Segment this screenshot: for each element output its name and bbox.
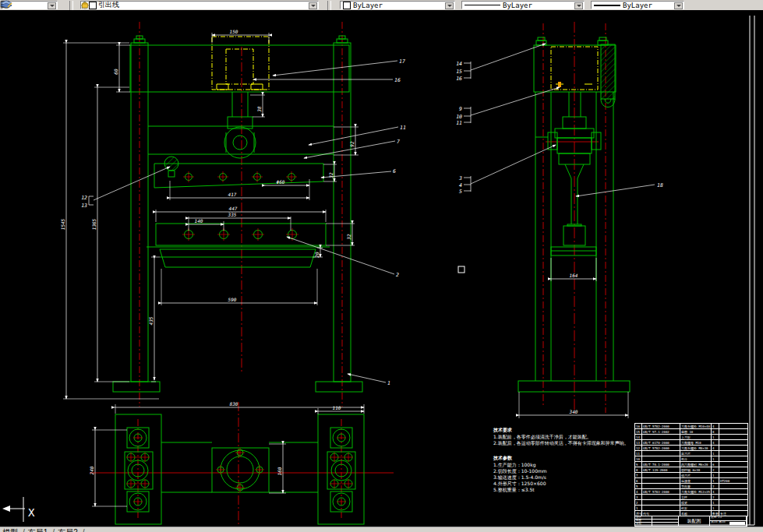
- scale-label: 比例: [711, 516, 716, 520]
- bom-cell: 4: [712, 424, 719, 429]
- bom-cell: 横梁: [680, 500, 712, 506]
- note-line: 1.生产能力：100kg: [493, 462, 629, 468]
- part-label: 11: [400, 125, 406, 131]
- bom-cell: 10: [635, 456, 642, 462]
- bom-cell: 9: [635, 462, 642, 467]
- bom-cell: [719, 495, 748, 500]
- lineweight-control-dropdown[interactable]: ByLayer: [591, 1, 684, 9]
- color-control-dropdown[interactable]: ByLayer: [340, 1, 455, 9]
- bom-cell: 2: [712, 484, 719, 489]
- bom-cell: 13: [635, 440, 642, 446]
- technical-notes: 技术要求 1.装配前，各零件必须清洗干净后，才能装配。 2.装配后，各运动零部件…: [493, 427, 629, 493]
- layout-tab-bar: 模型/布局1/布局2/: [0, 527, 763, 532]
- dropdown-arrow-icon[interactable]: [574, 2, 583, 9]
- bom-cell: 7: [635, 473, 642, 478]
- dropdown-arrow-icon[interactable]: [48, 2, 56, 9]
- tab-model[interactable]: 模型: [2, 528, 18, 532]
- lineweight-value: ByLayer: [623, 2, 652, 9]
- bom-cell: [642, 435, 680, 440]
- note-line: 3.输送速度：1.5-4.0m/s: [493, 474, 629, 481]
- dropdown-arrow-icon[interactable]: [674, 2, 683, 9]
- bom-cell: [719, 456, 748, 462]
- bom-row: 9GB/T 70.1-2000内六角螺钉 M6×206: [635, 462, 748, 467]
- bom-row: 3立柱2: [635, 495, 748, 500]
- bom-row: 6连接座1HT200: [635, 478, 748, 484]
- bom-cell: 料斗: [680, 456, 712, 462]
- bom-cell: 4: [635, 489, 642, 495]
- layer-color-swatch[interactable]: [89, 2, 97, 9]
- bom-cell: 备注: [719, 511, 748, 516]
- part-label: 11: [456, 120, 462, 126]
- dim-label: 447: [229, 206, 238, 211]
- layers-button[interactable]: [76, 0, 79, 10]
- bom-cell: [642, 484, 680, 489]
- current-layer-name: 引出线: [98, 0, 119, 10]
- tab-layout2[interactable]: 布局2: [58, 528, 78, 532]
- dropdown-arrow-icon[interactable]: [309, 2, 317, 9]
- bom-cell: 4: [712, 489, 719, 495]
- layer-previous-button[interactable]: [322, 0, 325, 10]
- toolbar-separator: [327, 1, 331, 10]
- dim-label: 140: [195, 218, 203, 224]
- bom-cell: [719, 462, 748, 467]
- bom-cell: [642, 456, 680, 462]
- dropdown-arrow-icon[interactable]: [445, 2, 454, 9]
- bom-cell: 1: [712, 478, 719, 484]
- bom-cell: [719, 500, 748, 506]
- bom-cell: [642, 473, 680, 478]
- bom-cell: 14: [635, 435, 642, 440]
- leader-lines: [94, 44, 655, 382]
- bom-cell: GB/T 5782-2000: [642, 446, 680, 451]
- title-block: 设计 制图 审核 装配图 比例 1:2 共1张 第1张: [634, 516, 747, 527]
- dim-label: Φ60: [277, 179, 285, 185]
- tab-layout1[interactable]: 布局1: [28, 528, 48, 532]
- linetype-control-dropdown[interactable]: ByLayer: [461, 1, 585, 9]
- bom-cell: GB/T 6170-2000: [642, 440, 680, 446]
- part-label: 9: [459, 106, 462, 112]
- bom-cell: 3: [635, 495, 642, 500]
- dim-label: 590: [228, 297, 237, 302]
- bom-cell: 1: [712, 500, 719, 506]
- bom-row: 10料斗1: [635, 456, 748, 462]
- bom-cell: 2: [712, 467, 719, 473]
- side-view: [518, 37, 630, 392]
- dim-label: 1545: [60, 218, 65, 230]
- bom-cell: 连接座: [680, 478, 712, 484]
- bom-cell: [642, 451, 680, 456]
- bom-cell: [719, 451, 748, 456]
- title-block-highlight-cell: [729, 522, 745, 525]
- bom-cell: [719, 429, 748, 435]
- bom-cell: 1: [712, 435, 719, 440]
- bom-cell: [719, 506, 748, 511]
- bom-cell: 机架: [680, 506, 712, 511]
- bom-row: 5导向套2: [635, 484, 748, 489]
- bom-cell: [719, 440, 748, 446]
- bom-cell: 圆柱销 6×30: [680, 467, 712, 473]
- notes-title: 技术参数: [493, 455, 629, 461]
- part-label: 15: [456, 69, 462, 75]
- drawing-title: 装配图: [679, 516, 711, 526]
- bom-row: 4GB/T 5783-2000六角头螺栓 M12×354: [635, 489, 748, 495]
- part-label: 1: [387, 380, 390, 386]
- part-number-labels: 17 16 11 7 6 2 1 12 13 14 15 16 9 10 11 …: [81, 58, 663, 386]
- part-label: 10: [456, 114, 462, 120]
- make-layer-current-button[interactable]: [64, 0, 67, 10]
- part-label: 5: [459, 188, 462, 195]
- dim-label: 164: [570, 273, 578, 278]
- bom-cell: 6: [712, 462, 719, 467]
- dim-label: 150: [230, 29, 238, 34]
- part-label: 13: [81, 203, 87, 209]
- linetype-value: ByLayer: [503, 2, 532, 9]
- bom-cell: 六角头螺栓 M10×40: [680, 424, 712, 429]
- bom-row: 14上刀架1: [635, 435, 748, 440]
- note-line: 2.装配后，各运动零部件转动灵活，不得有卡滞现象和异常声响。: [493, 440, 629, 446]
- bom-cell: [642, 500, 680, 506]
- part-label: 4: [459, 182, 462, 188]
- bom-cell: [719, 484, 748, 489]
- bom-cell: 4: [712, 446, 719, 451]
- drawing-canvas[interactable]: 150 60 38 92 Φ60 32 417 447 335 140 32 2…: [0, 10, 763, 527]
- dim-label: 435: [148, 316, 154, 325]
- bom-cell: 六角头螺栓 M12×35: [680, 489, 712, 495]
- layer-control-dropdown[interactable]: 引出线: [80, 1, 319, 9]
- bom-cell: HT200: [719, 478, 748, 484]
